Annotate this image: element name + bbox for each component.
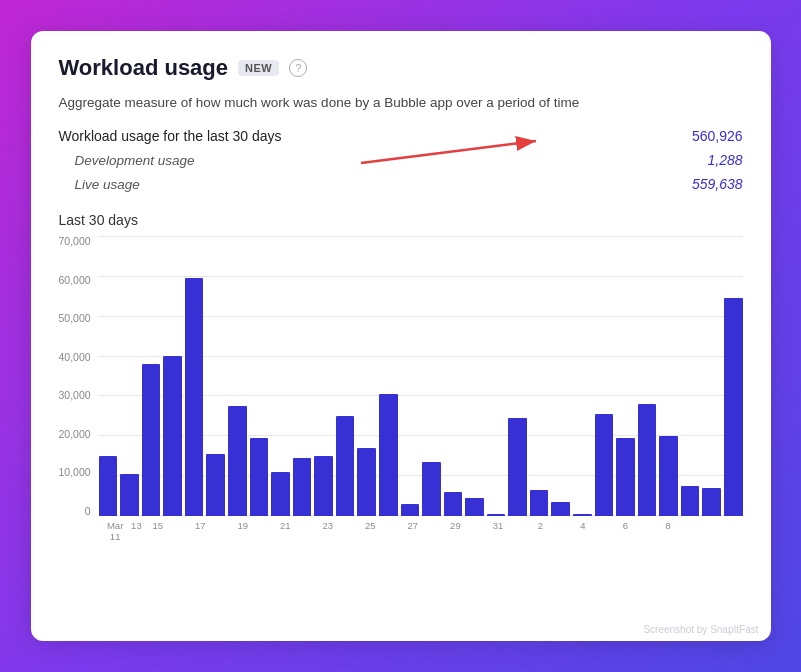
bar [595,414,614,516]
bar-col [163,236,182,516]
x-axis-label [338,520,359,542]
bar-col [573,236,592,516]
bar [444,492,463,516]
y-axis-label: 50,000 [59,313,91,324]
bars-container [99,236,743,516]
y-axis-label: 40,000 [59,352,91,363]
live-stat-value: 559,638 [692,176,743,192]
description-text: Aggregate measure of how much work was d… [59,95,743,110]
bar-col [401,236,420,516]
bar [336,416,355,516]
x-axis-label [551,520,572,542]
bar [465,498,484,516]
x-axis-label: 19 [232,520,253,542]
bar [573,514,592,516]
bar [185,278,204,516]
y-axis-label: 30,000 [59,390,91,401]
bar-col [271,236,290,516]
bar [379,394,398,516]
bar [163,356,182,516]
main-stat-value: 560,926 [692,128,743,144]
x-axis-label [509,520,530,542]
bar [681,486,700,516]
bar [487,514,506,516]
bar-col [314,236,333,516]
bar [638,404,657,516]
x-axis-label [700,520,721,542]
x-axis-label: 21 [275,520,296,542]
bar-col [336,236,355,516]
bar [551,502,570,516]
bar [120,474,139,516]
bar [142,364,161,516]
y-axis-label: 20,000 [59,429,91,440]
bar-col [444,236,463,516]
main-stat-label: Workload usage for the last 30 days [59,128,282,144]
bar [206,454,225,516]
main-stat-row: Workload usage for the last 30 days 560,… [59,124,743,148]
bar [357,448,376,516]
bar-col [659,236,678,516]
bar [530,490,549,516]
bar [702,488,721,516]
bar-col [228,236,247,516]
help-icon[interactable]: ? [289,59,307,77]
x-axis-label: 2 [530,520,551,542]
bar [508,418,527,516]
bar-col [357,236,376,516]
y-axis: 70,00060,00050,00040,00030,00020,00010,0… [59,236,99,516]
bar-col [293,236,312,516]
x-axis-label: 8 [657,520,678,542]
bar [401,504,420,516]
watermark: Screenshot by SnapItFast [643,624,758,635]
bar-col [638,236,657,516]
x-axis-label: 17 [190,520,211,542]
bar-col [465,236,484,516]
x-axis-label: 25 [360,520,381,542]
x-axis-label: 6 [615,520,636,542]
y-axis-label: 0 [85,506,91,517]
x-axis-label [594,520,615,542]
x-axis-label [423,520,444,542]
chart-area: Last 30 days 70,00060,00050,00040,00030,… [59,212,743,542]
bar-col [681,236,700,516]
bar-col [487,236,506,516]
bar [293,458,312,516]
bar-col [142,236,161,516]
x-axis-label [168,520,189,542]
x-axis: Mar 11131517192123252729312468 [59,520,743,542]
bar-col [595,236,614,516]
x-axis-label: 31 [487,520,508,542]
bar-col [551,236,570,516]
bar-col [379,236,398,516]
x-axis-label [296,520,317,542]
bar [271,472,290,516]
bar-col [616,236,635,516]
live-stat-label: Live usage [75,177,140,192]
bar [314,456,333,516]
x-axis-label [679,520,700,542]
x-axis-label [721,520,742,542]
bar-col [206,236,225,516]
bar [659,436,678,516]
workload-card: Workload usage NEW ? Aggregate measure o… [31,31,771,641]
dev-stat-label: Development usage [75,153,195,168]
bar-col [99,236,118,516]
bar [250,438,269,516]
bar-col [120,236,139,516]
page-title: Workload usage [59,55,229,81]
bar [228,406,247,516]
bar [422,462,441,516]
x-axis-label: 23 [317,520,338,542]
x-axis-label: 29 [445,520,466,542]
bar-col [250,236,269,516]
dev-stat-value: 1,288 [707,152,742,168]
x-axis-label: 15 [147,520,168,542]
bar [99,456,118,516]
bar-col [185,236,204,516]
live-stat-row: Live usage 559,638 [59,172,743,196]
bar [616,438,635,516]
x-axis-label [466,520,487,542]
bar-col [422,236,441,516]
x-axis-label [636,520,657,542]
